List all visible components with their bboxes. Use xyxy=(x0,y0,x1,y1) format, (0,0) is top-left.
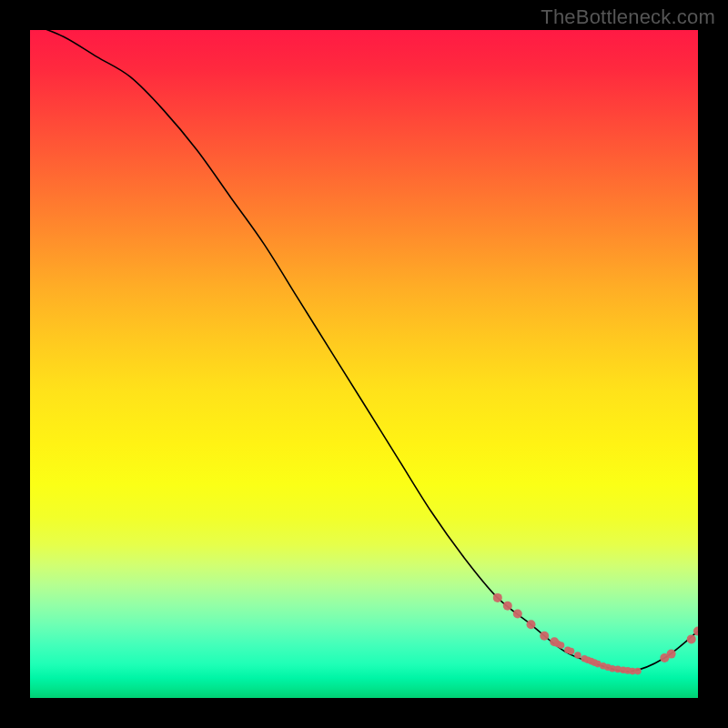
highlight-point xyxy=(493,593,502,602)
highlight-point xyxy=(687,634,696,643)
plot-area xyxy=(30,30,698,698)
highlight-point xyxy=(568,648,575,655)
watermark-text: TheBottleneck.com xyxy=(541,5,715,29)
highlight-point xyxy=(667,650,676,659)
highlight-point xyxy=(574,652,581,659)
highlight-point xyxy=(527,620,536,629)
chart-frame: TheBottleneck.com xyxy=(0,0,728,728)
highlight-point xyxy=(634,668,642,675)
highlight-point xyxy=(540,632,549,641)
highlight-point xyxy=(558,642,565,649)
highlight-point xyxy=(503,602,512,611)
curve-line xyxy=(30,30,698,672)
highlight-point xyxy=(513,610,522,619)
highlight-points xyxy=(493,593,698,674)
curve-svg xyxy=(30,30,698,698)
